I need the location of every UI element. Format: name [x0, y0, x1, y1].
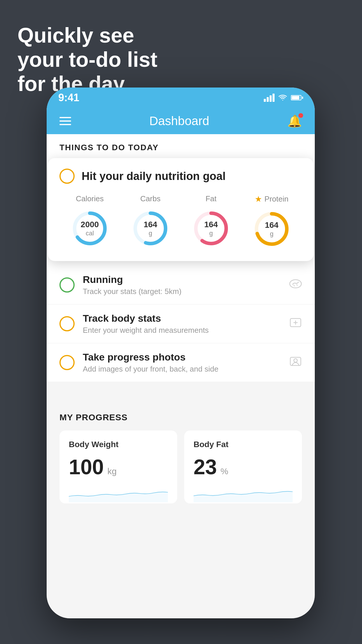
fat-value: 164 [204, 220, 218, 230]
star-icon: ★ [255, 194, 262, 204]
protein-col: ★ Protein 164 g [251, 194, 292, 249]
nutrition-card: Hit your daily nutrition goal Calories [48, 158, 314, 261]
protein-donut: 164 g [251, 209, 292, 249]
status-icons [264, 94, 303, 102]
person-icon [289, 355, 302, 370]
running-subtitle: Track your stats (target: 5km) [83, 287, 281, 296]
running-icon [289, 279, 302, 292]
body-fat-card: Body Fat 23 % [184, 430, 302, 503]
nav-title: Dashboard [149, 114, 209, 128]
nutrition-card-title-row: Hit your daily nutrition goal [59, 169, 302, 184]
status-time: 9:41 [58, 92, 79, 104]
body-stats-title: Track body stats [83, 313, 281, 324]
svg-point-8 [290, 280, 301, 288]
things-to-do-label: THINGS TO DO TODAY [47, 134, 315, 158]
running-text: Running Track your stats (target: 5km) [83, 274, 281, 296]
photos-checkbox[interactable] [59, 355, 75, 370]
phone-mockup: 9:41 [47, 88, 315, 618]
calories-value: 2000 [81, 220, 99, 230]
todo-item-photos[interactable]: Take progress photos Add images of your … [47, 343, 315, 382]
body-weight-unit: kg [108, 466, 117, 476]
nutrition-card-title: Hit your daily nutrition goal [82, 170, 226, 183]
menu-button[interactable] [59, 117, 71, 125]
nutrition-columns: Calories 2000 cal [59, 194, 302, 249]
running-title: Running [83, 274, 281, 285]
body-weight-card: Body Weight 100 kg [59, 430, 177, 503]
fat-col: Fat 164 g [191, 194, 231, 249]
protein-label: Protein [264, 195, 288, 204]
body-stats-text: Track body stats Enter your weight and m… [83, 313, 281, 335]
running-checkbox[interactable] [59, 277, 75, 293]
protein-label-row: ★ Protein [255, 194, 288, 204]
signal-icon [264, 94, 275, 102]
progress-section: MY PROGRESS Body Weight 100 kg B [47, 400, 315, 503]
nutrition-checkbox[interactable] [59, 169, 75, 184]
body-fat-card-title: Body Fat [194, 440, 293, 449]
headline: Quickly see your to-do list for the day. [17, 23, 157, 96]
body-weight-value-row: 100 kg [69, 455, 168, 479]
notification-bell-button[interactable]: 🔔 [287, 114, 302, 128]
fat-donut: 164 g [191, 208, 231, 249]
body-fat-value: 23 [194, 455, 217, 479]
calories-unit: cal [81, 230, 99, 237]
carbs-donut: 164 g [130, 208, 171, 249]
todo-item-body-stats[interactable]: Track body stats Enter your weight and m… [47, 304, 315, 343]
photos-subtitle: Add images of your front, back, and side [83, 365, 281, 374]
carbs-col: Carbs 164 g [130, 194, 171, 249]
body-weight-value: 100 [69, 455, 104, 479]
protein-value: 164 [265, 220, 279, 230]
calories-donut: 2000 cal [69, 208, 110, 249]
body-stats-subtitle: Enter your weight and measurements [83, 326, 281, 335]
photos-title: Take progress photos [83, 351, 281, 363]
body-fat-chart [194, 485, 293, 502]
wifi-icon [278, 94, 287, 101]
fat-unit: g [204, 230, 218, 237]
carbs-value: 164 [144, 220, 157, 230]
calories-label: Calories [76, 194, 103, 203]
battery-icon [291, 95, 303, 100]
headline-line1: Quickly see [17, 24, 134, 47]
carbs-unit: g [144, 230, 157, 237]
scale-icon [289, 316, 302, 332]
calories-col: Calories 2000 cal [69, 194, 110, 249]
progress-title: MY PROGRESS [59, 412, 302, 422]
body-weight-card-title: Body Weight [69, 440, 168, 449]
notification-dot [298, 113, 303, 118]
headline-line2: your to-do list [17, 48, 157, 71]
todo-list: Running Track your stats (target: 5km) T… [47, 266, 315, 382]
body-weight-chart [69, 485, 168, 502]
body-fat-value-row: 23 % [194, 455, 293, 479]
status-bar: 9:41 [47, 88, 315, 108]
carbs-label: Carbs [140, 194, 160, 203]
body-fat-unit: % [221, 466, 229, 476]
fat-label: Fat [205, 194, 217, 203]
todo-item-running[interactable]: Running Track your stats (target: 5km) [47, 266, 315, 304]
nav-bar: Dashboard 🔔 [47, 108, 315, 134]
body-stats-checkbox[interactable] [59, 316, 75, 331]
protein-unit: g [265, 230, 279, 238]
progress-cards: Body Weight 100 kg Body Fat 23 % [59, 430, 302, 503]
svg-point-11 [294, 359, 297, 362]
photos-text: Take progress photos Add images of your … [83, 351, 281, 374]
